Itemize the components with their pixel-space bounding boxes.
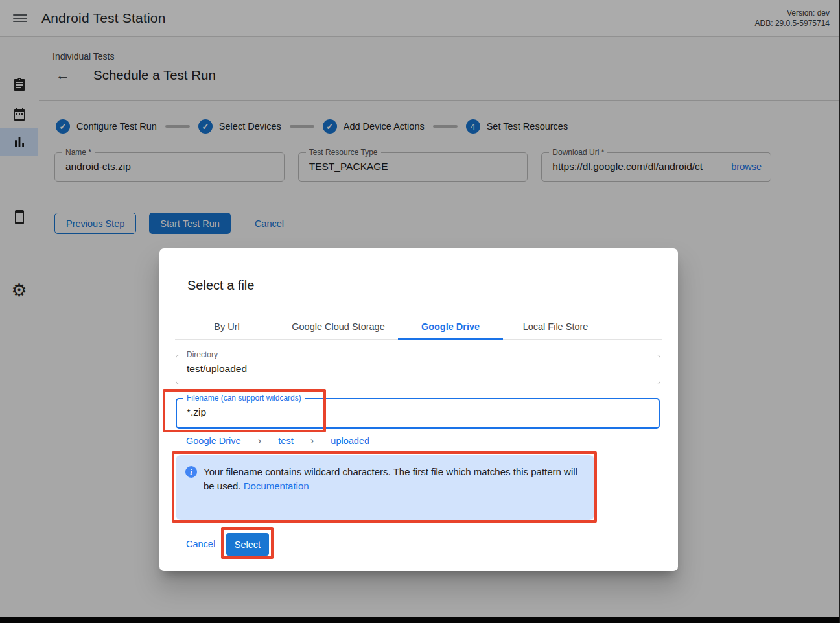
tab-google-drive[interactable]: Google Drive <box>398 314 503 339</box>
filename-field[interactable]: Filename (can support wildcards) *.zip <box>176 398 660 429</box>
dialog-title: Select a file <box>187 278 254 293</box>
dialog-select-button[interactable]: Select <box>226 533 269 556</box>
filename-field-label: Filename (can support wildcards) <box>183 394 305 403</box>
tab-local-file-store[interactable]: Local File Store <box>503 314 608 339</box>
breadcrumb-google-drive[interactable]: Google Drive <box>186 436 241 446</box>
window-bottom-edge <box>0 617 840 623</box>
wildcard-info-banner: i Your filename contains wildcard charac… <box>176 455 594 520</box>
info-icon: i <box>185 466 197 478</box>
dialog-cancel-button[interactable]: Cancel <box>186 539 215 549</box>
directory-field-label: Directory <box>183 350 221 359</box>
chevron-right-icon: › <box>258 435 262 446</box>
chevron-right-icon: › <box>310 435 314 446</box>
dialog-tabs: By Url Google Cloud Storage Google Drive… <box>175 314 662 340</box>
select-file-dialog: Select a file By Url Google Cloud Storag… <box>159 248 678 571</box>
documentation-link[interactable]: Documentation <box>244 480 309 491</box>
tab-google-cloud-storage[interactable]: Google Cloud Storage <box>279 314 398 339</box>
breadcrumb-uploaded[interactable]: uploaded <box>331 436 369 446</box>
directory-field[interactable]: Directory test/uploaded <box>176 355 660 384</box>
filename-field-value: *.zip <box>187 406 206 418</box>
drive-breadcrumb: Google Drive › test › uploaded <box>186 435 369 446</box>
breadcrumb-test[interactable]: test <box>278 436 293 446</box>
directory-field-value: test/uploaded <box>187 363 247 375</box>
android-test-station-screen: Android Test Station Version: dev ADB: 2… <box>0 0 840 623</box>
tab-by-url[interactable]: By Url <box>175 314 279 339</box>
banner-text: Your filename contains wildcard characte… <box>204 465 584 493</box>
